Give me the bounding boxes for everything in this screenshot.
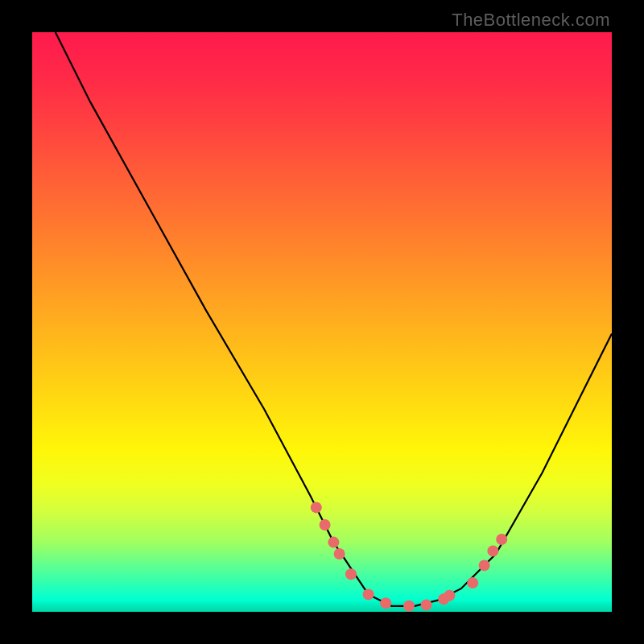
data-point xyxy=(380,597,391,609)
data-point xyxy=(311,502,322,513)
data-point xyxy=(345,568,357,580)
data-point xyxy=(328,537,339,548)
data-point xyxy=(363,588,374,600)
data-point xyxy=(403,601,415,612)
data-point xyxy=(496,534,507,545)
chart-container: TheBottleneck.com xyxy=(0,0,644,644)
plot-area xyxy=(32,32,612,612)
data-point xyxy=(479,559,490,571)
data-point xyxy=(334,548,345,559)
data-point xyxy=(487,545,498,556)
data-point xyxy=(421,599,432,610)
plot-svg xyxy=(32,32,612,612)
scatter-dots xyxy=(311,502,507,611)
data-point xyxy=(444,590,455,601)
data-point xyxy=(320,519,331,530)
data-point xyxy=(467,577,478,588)
bottleneck-curve xyxy=(56,32,612,606)
watermark-text: TheBottleneck.com xyxy=(452,10,610,31)
curve-line xyxy=(56,32,612,606)
